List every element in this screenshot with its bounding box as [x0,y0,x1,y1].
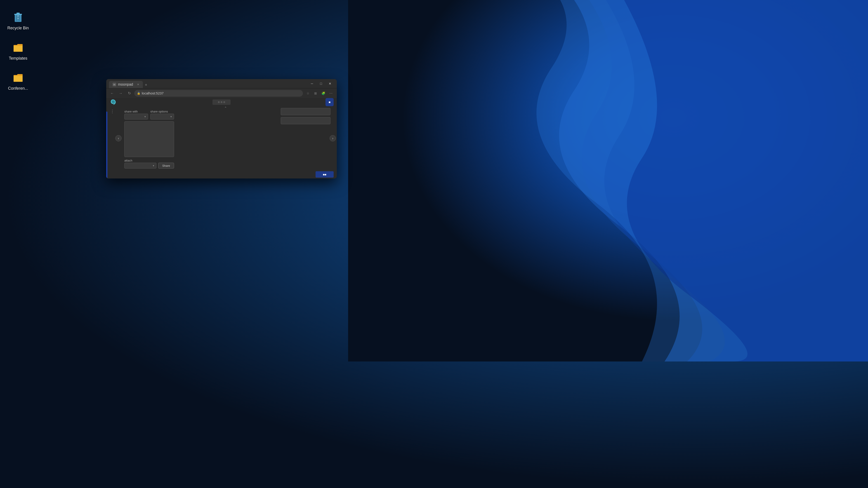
forward-button[interactable]: → [117,90,124,97]
tab-close-button[interactable]: ✕ [137,83,139,86]
share-left-panel: ⌃ share with ▼ [124,108,174,168]
share-button[interactable]: Share [158,163,174,168]
share-options-select-wrapper: ▼ [150,113,174,120]
recycle-bin-icon[interactable]: Recycle Bin [4,9,32,33]
attach-label: attach [124,159,174,162]
templates-folder-icon[interactable]: Templates [4,39,32,63]
share-options-arrow: ▼ [170,116,172,118]
tab-area: m moonpad ✕ + [109,79,306,88]
minimize-button[interactable]: ─ [308,80,316,87]
recycle-bin-label: Recycle Bin [7,26,29,31]
wallpaper-wave [348,0,868,361]
app-topbar: ■ [106,98,337,106]
favorites-button[interactable]: ☆ [304,90,311,97]
conference-folder-image [11,71,25,85]
lock-icon: 🔒 [137,92,141,95]
share-with-label: share with [124,110,148,113]
settings-button[interactable]: ⋯ [327,90,335,97]
share-with-select-wrapper: ▼ [124,113,148,120]
address-bar[interactable]: 🔒 localhost:5237 [134,90,303,97]
nav-left-button[interactable]: ‹ [115,135,122,141]
share-options-label: share options [150,110,174,113]
templates-folder-image [11,41,25,55]
app-header-bar[interactable] [213,99,230,105]
nav-right-button[interactable]: › [330,135,336,141]
desktop-icons: Recycle Bin Templates Conferen... [4,9,32,93]
recycle-bin-image [11,11,25,24]
app-bottombar: ■■ [106,170,337,178]
app-logo [110,98,117,106]
bottom-action-label: ■■ [323,173,327,176]
header-dot-3 [223,101,225,103]
share-with-arrow: ▼ [144,116,146,118]
attach-select-wrapper: ▼ [124,163,156,168]
share-with-select[interactable]: ▼ [124,113,148,120]
browser-titlebar: m moonpad ✕ + ─ □ ✕ [106,79,337,88]
menu-dots-button[interactable]: ⋮ [110,108,115,115]
app-main: ⋮ ‹ ⌃ share with [106,106,337,170]
browser-tab-moonpad[interactable]: m moonpad ✕ [109,81,143,88]
templates-folder-label: Templates [9,56,27,61]
new-tab-button[interactable]: + [143,82,149,88]
header-dot-2 [221,101,222,103]
tab-favicon: m [113,83,116,86]
app-container: ■ ⋮ ‹ ⌃ [106,98,337,178]
extensions-button[interactable]: 🧩 [320,90,327,97]
attach-select[interactable]: ▼ [124,163,156,168]
address-text: localhost:5237 [142,91,164,95]
collapse-button[interactable]: ⌃ [224,106,227,110]
app-header-avatar[interactable]: ■ [326,98,334,106]
close-button[interactable]: ✕ [326,80,334,87]
attach-arrow: ▼ [152,164,155,167]
attach-row: ▼ Share [124,163,174,168]
header-dot-1 [218,101,220,103]
app-header-center [213,99,230,105]
refresh-button[interactable]: ↻ [126,90,133,97]
info-panel [281,108,331,124]
titlebar-controls: ─ □ ✕ [308,80,334,87]
conference-folder-icon[interactable]: Conferen... [4,69,32,93]
tab-label: moonpad [118,83,133,87]
browser-content: ■ ⋮ ‹ ⌃ [106,98,337,178]
maximize-button[interactable]: □ [317,80,325,87]
toolbar-actions: ☆ ⊞ 🧩 ⋯ [304,90,335,97]
message-textarea[interactable] [124,121,174,157]
browser-window: m moonpad ✕ + ─ □ ✕ ← → ↻ 🔒 localhost:52… [106,79,337,178]
collections-button[interactable]: ⊞ [312,90,319,97]
bottom-action-button[interactable]: ■■ [315,171,334,177]
share-options-select[interactable]: ▼ [150,113,174,120]
info-input-1[interactable] [281,108,331,115]
browser-toolbar: ← → ↻ 🔒 localhost:5237 ☆ ⊞ 🧩 ⋯ [106,88,337,98]
svg-rect-3 [17,13,20,14]
info-input-2[interactable] [281,117,331,124]
back-button[interactable]: ← [108,90,116,97]
avatar-icon: ■ [329,100,331,104]
left-panel: ⋮ [110,108,115,168]
desktop-background [0,0,868,488]
conference-folder-label: Conferen... [8,86,28,91]
